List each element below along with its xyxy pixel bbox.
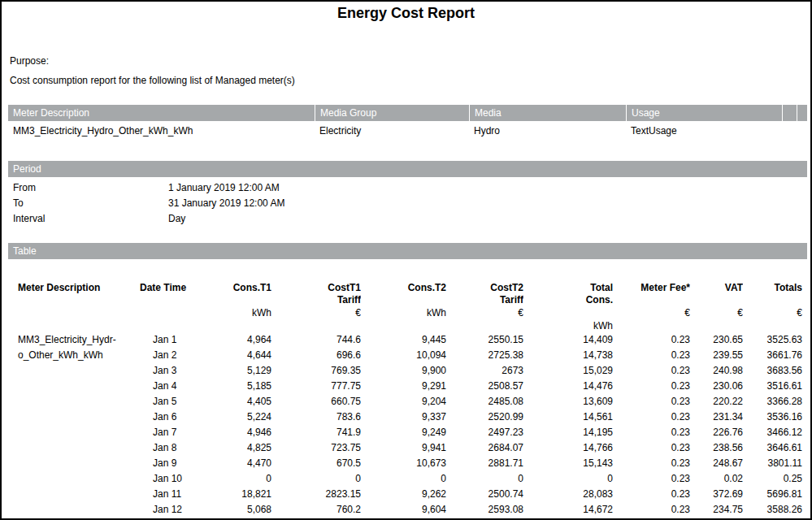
unit-cell-5: € [446, 306, 523, 319]
column-header-8: VAT [690, 276, 743, 306]
cell-cons_t2: 10,673 [361, 456, 446, 471]
cell-date: Jan 9 [138, 456, 209, 471]
cell-date: Jan 6 [138, 410, 209, 425]
purpose-text: Cost consumption report for the followin… [10, 75, 295, 86]
unit-cell-8: € [690, 306, 743, 319]
cell-cons_t2: 9,262 [361, 487, 446, 502]
units-row: kWh [8, 319, 807, 332]
cell-cons_t1: 5,129 [209, 363, 271, 379]
cell-cons_t1: 5,185 [209, 379, 271, 394]
cell-meter_fee: 0.23 [613, 394, 690, 410]
period-from-label: From [8, 180, 168, 196]
cell-totals: 3366.28 [743, 394, 807, 410]
cell-meter_fee: 0.23 [613, 363, 690, 379]
cell-date: Jan 3 [138, 363, 209, 379]
period-from-value: 1 January 2019 12:00 AM [168, 180, 807, 196]
column-header-4: Cons.T2 [361, 276, 446, 306]
cell-total_cons: 14,409 [523, 332, 613, 348]
cell-cost_t2: 2673 [446, 363, 523, 379]
cell-vat: 234.75 [690, 502, 743, 518]
cell-date: Jan 4 [138, 379, 209, 394]
cell-cost_t2: 2593.08 [446, 502, 523, 518]
cell-meter_fee: 0.23 [613, 502, 690, 518]
cell-date: Jan 2 [138, 348, 209, 363]
period-row-to: To 31 January 2019 12:00 AM [8, 196, 807, 211]
column-header-0: Meter Description [8, 276, 138, 306]
cell-total_cons: 14,672 [523, 502, 613, 518]
cell-meter_fee: 0.23 [613, 487, 690, 502]
cell-cost_t2: 2508.57 [446, 379, 523, 394]
units-row: kWh€kWh€ €€€ [8, 306, 807, 319]
column-header-5: CostT2Tariff [446, 276, 523, 306]
cell-cons_t1: 4,470 [209, 456, 271, 471]
meter-info-header-media-group: Media Group [315, 105, 469, 121]
column-header-3: CostT1Tariff [271, 276, 361, 306]
media-value: Hydro [469, 124, 626, 137]
cell-total_cons: 13,609 [523, 394, 613, 410]
cell-vat: 226.76 [690, 425, 743, 440]
cell-vat: 0.02 [690, 471, 743, 487]
cell-cost_t1: 723.75 [271, 440, 361, 456]
cell-cons_t2: 9,900 [361, 363, 446, 379]
cell-cost_t1: 783.6 [271, 410, 361, 425]
cell-totals: 3588.26 [743, 502, 807, 518]
cell-meter_fee: 0.23 [613, 379, 690, 394]
cell-vat: 240.98 [690, 363, 743, 379]
unit-cell-3 [271, 319, 361, 332]
cell-meter_fee: 0.23 [613, 425, 690, 440]
period-header-bar: Period [8, 161, 807, 177]
cell-cost_t1: 670.5 [271, 456, 361, 471]
cell-cons_t2: 9,204 [361, 394, 446, 410]
cell-cons_t2: 10,094 [361, 348, 446, 363]
cell-totals: 3466.12 [743, 425, 807, 440]
cell-meter_fee: 0.23 [613, 440, 690, 456]
cell-cons_t1: 5,224 [209, 410, 271, 425]
cell-date: Jan 8 [138, 440, 209, 456]
cell-cost_t2: 2881.71 [446, 456, 523, 471]
unit-cell-6: kWh [523, 319, 613, 332]
unit-cell-2 [209, 319, 271, 332]
cell-cost_t2: 2520.99 [446, 410, 523, 425]
cell-totals: 3683.56 [743, 363, 807, 379]
cell-total_cons: 14,766 [523, 440, 613, 456]
unit-cell-7 [613, 319, 690, 332]
cell-vat: 238.56 [690, 440, 743, 456]
cell-cost_t1: 0 [271, 471, 361, 487]
unit-cell-6 [523, 306, 613, 319]
cell-vat: 231.34 [690, 410, 743, 425]
meter-info-header-meter-description: Meter Description [8, 105, 315, 121]
meter-name-cell: MM3_Electricity_Hydr-o_Other_kWh_kWh [8, 332, 138, 518]
unit-cell-4: kWh [361, 306, 446, 319]
column-header-2: Cons.T1 [209, 276, 271, 306]
cell-cons_t2: 9,337 [361, 410, 446, 425]
cell-cons_t1: 4,644 [209, 348, 271, 363]
cell-total_cons: 15,143 [523, 456, 613, 471]
cell-date: Jan 1 [138, 332, 209, 348]
unit-cell-5 [446, 319, 523, 332]
unit-cell-1 [138, 319, 209, 332]
cell-total_cons: 14,738 [523, 348, 613, 363]
cell-vat: 248.67 [690, 456, 743, 471]
cell-totals: 0.25 [743, 471, 807, 487]
cell-cost_t1: 660.75 [271, 394, 361, 410]
cell-totals: 3536.16 [743, 410, 807, 425]
unit-cell-2: kWh [209, 306, 271, 319]
cell-cons_t1: 4,825 [209, 440, 271, 456]
report-table-body: MM3_Electricity_Hydr-o_Other_kWh_kWhJan … [8, 332, 807, 518]
unit-cell-4 [361, 319, 446, 332]
cell-meter_fee: 0.23 [613, 332, 690, 348]
cell-date: Jan 5 [138, 394, 209, 410]
column-header-7: Meter Fee* [613, 276, 690, 306]
media-group-value: Electricity [315, 124, 469, 137]
unit-cell-3: € [271, 306, 361, 319]
page-title: Energy Cost Report [2, 5, 810, 22]
meter-info-header-bar: Meter Description Media Group Media Usag… [8, 105, 807, 121]
cell-total_cons: 15,029 [523, 363, 613, 379]
cell-cost_t1: 741.9 [271, 425, 361, 440]
cell-cons_t2: 9,291 [361, 379, 446, 394]
unit-cell-0 [8, 319, 138, 332]
cell-vat: 230.06 [690, 379, 743, 394]
cell-totals: 3661.76 [743, 348, 807, 363]
meter-info-header-media: Media [469, 105, 626, 121]
period-row-interval: Interval Day [8, 211, 807, 227]
